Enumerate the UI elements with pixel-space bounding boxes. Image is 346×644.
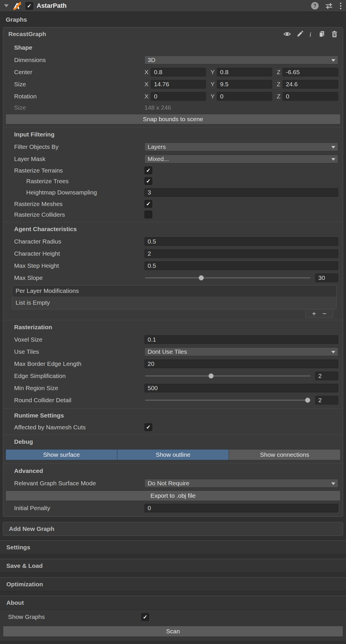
edit-pencil-icon[interactable] bbox=[296, 30, 304, 38]
filter-objects-by-label: Filter Objects By bbox=[14, 143, 144, 150]
axis-x-label: X bbox=[144, 69, 148, 76]
edge-simplification-field[interactable] bbox=[315, 372, 338, 380]
character-radius-label: Character Radius bbox=[14, 238, 144, 245]
settings-foldout-bar[interactable]: Settings bbox=[0, 540, 346, 554]
add-new-graph-button[interactable]: Add New Graph bbox=[3, 522, 343, 536]
rasterize-meshes-checkbox[interactable] bbox=[144, 200, 152, 208]
filter-objects-by-row: Filter Objects By Layers bbox=[3, 141, 343, 153]
about-foldout-bar[interactable]: About bbox=[0, 596, 346, 610]
presets-icon[interactable] bbox=[325, 2, 333, 10]
initial-penalty-row: Initial Penalty bbox=[3, 502, 343, 514]
rotation-label: Rotation bbox=[14, 93, 144, 100]
rasterize-trees-row: Rasterize Trees bbox=[3, 176, 343, 186]
about-label: About bbox=[6, 599, 24, 606]
scan-button[interactable]: Scan bbox=[3, 626, 343, 637]
list-footer: + − bbox=[305, 309, 333, 318]
center-z-field[interactable] bbox=[283, 68, 338, 76]
slider-thumb[interactable] bbox=[305, 398, 310, 403]
export-obj-button[interactable]: Export to .obj file bbox=[5, 491, 341, 501]
affected-by-navmesh-cuts-checkbox[interactable] bbox=[144, 423, 152, 431]
save-load-foldout-bar[interactable]: Save & Load bbox=[0, 559, 346, 573]
character-height-field[interactable] bbox=[144, 249, 338, 258]
relevant-graph-surface-mode-dropdown[interactable]: Do Not Require bbox=[144, 479, 338, 488]
optimization-foldout-bar[interactable]: Optimization bbox=[0, 577, 346, 591]
round-collider-detail-slider[interactable] bbox=[144, 396, 311, 405]
duplicate-icon[interactable] bbox=[318, 30, 326, 38]
axis-z-label: Z bbox=[277, 69, 281, 76]
list-remove-button[interactable]: − bbox=[322, 310, 326, 317]
filter-objects-by-value: Layers bbox=[148, 143, 166, 150]
rasterize-colliders-checkbox[interactable] bbox=[144, 211, 152, 218]
max-slope-field[interactable] bbox=[315, 274, 338, 282]
rasterize-meshes-row: Rasterize Meshes bbox=[3, 199, 343, 209]
initial-penalty-field[interactable] bbox=[144, 504, 338, 512]
round-collider-detail-field[interactable] bbox=[315, 396, 338, 405]
per-layer-modifications-header[interactable]: Per Layer Modifications bbox=[12, 285, 336, 296]
list-add-button[interactable]: + bbox=[312, 310, 316, 317]
show-graphs-checkbox[interactable] bbox=[141, 613, 149, 621]
layer-mask-dropdown[interactable]: Mixed... bbox=[144, 155, 338, 163]
chevron-down-icon bbox=[331, 351, 335, 353]
advanced-section-header: Advanced bbox=[3, 464, 343, 477]
min-region-size-field[interactable] bbox=[144, 384, 338, 392]
size-y-field[interactable] bbox=[217, 80, 272, 89]
recast-graph-title[interactable]: RecastGraph bbox=[8, 31, 283, 38]
per-layer-modifications-list: Per Layer Modifications List is Empty bbox=[12, 285, 336, 309]
slider-thumb[interactable] bbox=[199, 275, 204, 280]
size-z-field[interactable] bbox=[283, 80, 338, 89]
max-slope-row: Max Slope bbox=[3, 272, 343, 284]
slider-thumb[interactable] bbox=[208, 373, 214, 379]
min-region-size-row: Min Region Size bbox=[3, 382, 343, 394]
max-border-edge-length-field[interactable] bbox=[144, 360, 338, 368]
rotation-x-field[interactable] bbox=[151, 92, 206, 101]
rasterize-terrains-checkbox[interactable] bbox=[144, 166, 152, 174]
show-surface-toggle[interactable]: Show surface bbox=[5, 449, 117, 460]
initial-penalty-label: Initial Penalty bbox=[14, 505, 144, 512]
show-outline-toggle[interactable]: Show outline bbox=[117, 449, 229, 460]
filter-objects-by-dropdown[interactable]: Layers bbox=[144, 143, 338, 151]
character-radius-field[interactable] bbox=[144, 237, 338, 246]
rotation-row: Rotation X Y Z bbox=[3, 90, 343, 102]
shape-section-header: Shape bbox=[3, 41, 343, 54]
size-row: Size X Y Z bbox=[3, 78, 343, 90]
max-step-height-field[interactable] bbox=[144, 261, 338, 270]
dimensions-row: Dimensions 3D bbox=[3, 54, 343, 66]
voxel-size-field[interactable] bbox=[144, 335, 338, 344]
center-x-field[interactable] bbox=[151, 68, 206, 76]
round-collider-detail-row: Round Collider Detail bbox=[3, 394, 343, 406]
show-connections-label: Show connections bbox=[260, 451, 309, 458]
center-y-field[interactable] bbox=[217, 68, 272, 76]
chevron-down-icon bbox=[331, 482, 335, 485]
edge-simplification-slider[interactable] bbox=[144, 372, 311, 380]
dimensions-dropdown[interactable]: 3D bbox=[144, 56, 338, 64]
rotation-z-field[interactable] bbox=[283, 92, 338, 101]
snap-bounds-button[interactable]: Snap bounds to scene bbox=[5, 114, 341, 124]
layer-mask-row: Layer Mask Mixed... bbox=[3, 153, 343, 165]
delete-trash-icon[interactable] bbox=[331, 30, 338, 38]
astar-logo-icon: A bbox=[13, 1, 22, 10]
heightmap-downsampling-field[interactable] bbox=[144, 188, 338, 197]
slider-track bbox=[145, 375, 311, 377]
size-x-field[interactable] bbox=[151, 80, 206, 89]
character-radius-row: Character Radius bbox=[3, 235, 343, 248]
svg-text:i: i bbox=[309, 31, 311, 38]
center-label: Center bbox=[14, 69, 144, 76]
info-icon[interactable]: i bbox=[309, 30, 313, 38]
axis-x-label: X bbox=[144, 93, 148, 100]
component-enabled-checkbox[interactable] bbox=[25, 2, 33, 10]
chevron-down-icon bbox=[331, 146, 335, 149]
use-tiles-label: Use Tiles bbox=[14, 348, 144, 355]
axis-y-label: Y bbox=[210, 93, 215, 100]
axis-z-label: Z bbox=[277, 81, 281, 88]
rotation-y-field[interactable] bbox=[217, 92, 272, 101]
add-new-graph-label: Add New Graph bbox=[9, 525, 54, 532]
dimensions-label: Dimensions bbox=[14, 57, 144, 63]
rasterize-trees-checkbox[interactable] bbox=[144, 177, 152, 185]
help-icon[interactable]: ? bbox=[311, 2, 319, 10]
max-slope-slider[interactable] bbox=[144, 274, 311, 282]
foldout-expanded-icon[interactable] bbox=[4, 4, 9, 7]
show-connections-toggle[interactable]: Show connections bbox=[229, 449, 341, 460]
eye-icon[interactable] bbox=[283, 30, 291, 38]
more-menu-icon[interactable] bbox=[339, 2, 342, 10]
use-tiles-dropdown[interactable]: Dont Use Tiles bbox=[144, 347, 338, 356]
